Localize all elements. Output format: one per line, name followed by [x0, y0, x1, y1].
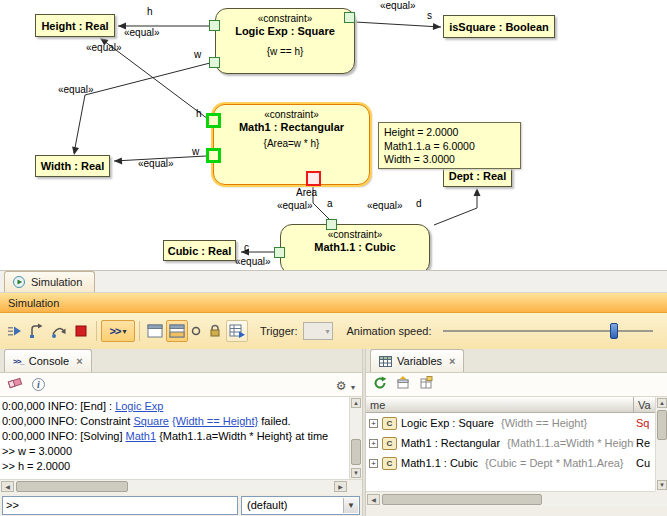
port-math1-area[interactable] [306, 171, 321, 186]
console-link-math1[interactable]: Math1 [126, 430, 157, 442]
block-height[interactable]: Height : Real [35, 14, 115, 37]
expand-toggle[interactable]: + [369, 439, 378, 448]
table-row[interactable]: + C Math1 : Rectangular {Math1.1.a=Width… [366, 433, 655, 453]
scroll-up-button[interactable]: ▲ [351, 398, 361, 408]
row-constraint: {Cubic = Dept * Math1.Area} [485, 457, 624, 469]
export-button[interactable] [396, 376, 410, 394]
block-cubic[interactable]: Cubic : Real [163, 240, 236, 261]
port-logic-exp-s[interactable] [344, 12, 355, 23]
scroll-down-button[interactable]: ▼ [657, 480, 667, 490]
port-math1-1-a[interactable] [326, 219, 337, 230]
scroll-thumb[interactable] [382, 494, 542, 505]
runtime-values-overlay: Height = 2.0000 Math1.1.a = 6.0000 Width… [378, 122, 521, 169]
simulation-toolbar: >> ▾ Trigger: ▾ Animation speed: [0, 313, 667, 349]
constraint-math1[interactable]: «constraint» Math1 : Rectangular {Area=w… [213, 104, 370, 185]
export-table-button[interactable] [226, 320, 248, 342]
trigger-dropdown[interactable]: ▾ [303, 322, 333, 340]
panel-title: Simulation [0, 293, 667, 313]
column-header-name[interactable]: me [366, 397, 634, 412]
scroll-thumb[interactable] [16, 481, 128, 492]
panel-filler [366, 507, 667, 516]
pin-label-area: Area [296, 187, 317, 198]
tab-console[interactable]: >>_ Console × [4, 349, 92, 372]
runtime-value: Height = 2.0000 [384, 126, 520, 140]
slider-handle[interactable] [610, 323, 618, 339]
variables-table: me Va + C Logic Exp : Square {Width == H… [366, 397, 667, 516]
run-button[interactable] [4, 320, 26, 342]
window-icon [147, 324, 163, 338]
block-width[interactable]: Width : Real [35, 155, 110, 177]
runtime-value: Math1.1.a = 6.0000 [384, 140, 520, 154]
expand-toggle[interactable]: + [369, 459, 378, 468]
tab-simulation[interactable]: Simulation [4, 271, 95, 292]
show-console-window-button[interactable] [166, 320, 188, 342]
gear-icon: ⚙ [336, 379, 347, 393]
console-output[interactable]: 0:00,000 INFO: [End] : Logic Exp 0:00,00… [0, 397, 362, 479]
constraint-logic-exp[interactable]: «constraint» Logic Exp : Square {w == h} [215, 8, 355, 74]
trigger-label: Trigger: [260, 325, 298, 337]
port-math1-1-c[interactable] [274, 247, 285, 258]
console-toolbar: i ⚙ ▾ [0, 373, 362, 397]
constraint-property-icon: C [382, 417, 397, 430]
port-math1-w[interactable] [206, 148, 221, 163]
port-logic-exp-w[interactable] [209, 57, 220, 68]
scroll-thumb[interactable] [351, 439, 361, 465]
port-logic-exp-h[interactable] [209, 20, 220, 31]
console-line: >> w = 3.0000 [2, 444, 347, 459]
expand-toggle[interactable]: + [369, 419, 378, 428]
console-line: 0:00,000 INFO: Constraint Square {Width … [2, 414, 347, 429]
lock-icon [208, 324, 222, 338]
row-value: Re [634, 437, 655, 449]
close-icon[interactable]: × [449, 355, 455, 367]
equal-label: «equal» [138, 158, 174, 169]
pin-label-w2: w [192, 146, 199, 157]
terminate-button[interactable] [70, 320, 92, 342]
table-row[interactable]: + C Math1.1 : Cubic {Cubic = Dept * Math… [366, 453, 655, 473]
scroll-thumb[interactable] [657, 410, 667, 440]
context-dropdown[interactable]: (default) ▼ [241, 496, 360, 515]
columns-button[interactable] [419, 376, 433, 394]
scroll-up-button[interactable]: ▲ [657, 398, 667, 408]
console-input[interactable] [2, 496, 238, 515]
console-mode-button[interactable]: >> ▾ [101, 320, 135, 342]
scroll-down-button[interactable]: ▼ [351, 468, 361, 478]
variables-toolbar [366, 373, 667, 397]
slider-track [443, 330, 654, 332]
row-name: Math1 : Rectangular [401, 437, 500, 449]
animation-speed-slider[interactable] [443, 319, 656, 343]
scroll-right-button[interactable]: ▶ [334, 481, 347, 492]
table-row[interactable]: + C Logic Exp : Square {Width == Height}… [366, 413, 655, 433]
refresh-button[interactable] [373, 376, 387, 394]
pin-label-w: w [194, 49, 201, 60]
console-settings-button[interactable]: ⚙ ▾ [336, 376, 355, 394]
tab-variables[interactable]: Variables × [370, 349, 464, 372]
console-vscrollbar[interactable]: ▲ ▼ [349, 397, 362, 479]
breakpoint-toggle[interactable] [188, 320, 204, 342]
chevron-down-icon: ▾ [122, 327, 126, 336]
console-link-constraint[interactable]: {Width == Height} [172, 415, 258, 427]
constraint-math1-1[interactable]: «constraint» Math1.1 : Cubic [280, 224, 430, 270]
port-math1-h[interactable] [206, 113, 221, 128]
console-hscrollbar[interactable]: ◀ ▶ [0, 479, 362, 493]
clear-console-button[interactable] [7, 376, 23, 394]
column-header-value[interactable]: Va [634, 397, 655, 412]
console-link-logic-exp[interactable]: Logic Exp [115, 400, 163, 412]
simulation-panel: Simulation Simulation >> ▾ [0, 270, 667, 516]
show-ui-window-button[interactable] [144, 320, 166, 342]
variables-vscrollbar[interactable]: ▲ ▼ [655, 397, 667, 491]
row-constraint: {Width == Height} [501, 417, 587, 429]
step-over-button[interactable] [48, 320, 70, 342]
info-icon[interactable]: i [32, 378, 45, 391]
step-into-button[interactable] [26, 320, 48, 342]
row-name: Logic Exp : Square [401, 417, 494, 429]
step-into-icon [29, 323, 45, 339]
variables-hscrollbar[interactable]: ◀ [366, 491, 655, 507]
scroll-left-button[interactable]: ◀ [1, 481, 14, 492]
close-icon[interactable]: × [76, 355, 82, 367]
block-issquare[interactable]: isSquare : Boolean [443, 15, 555, 38]
scroll-left-button[interactable]: ◀ [367, 494, 380, 505]
pin-label-s: s [427, 10, 432, 21]
runtime-value: Width = 3.0000 [384, 153, 520, 167]
lock-button[interactable] [204, 320, 226, 342]
console-link-square[interactable]: Square [133, 415, 168, 427]
